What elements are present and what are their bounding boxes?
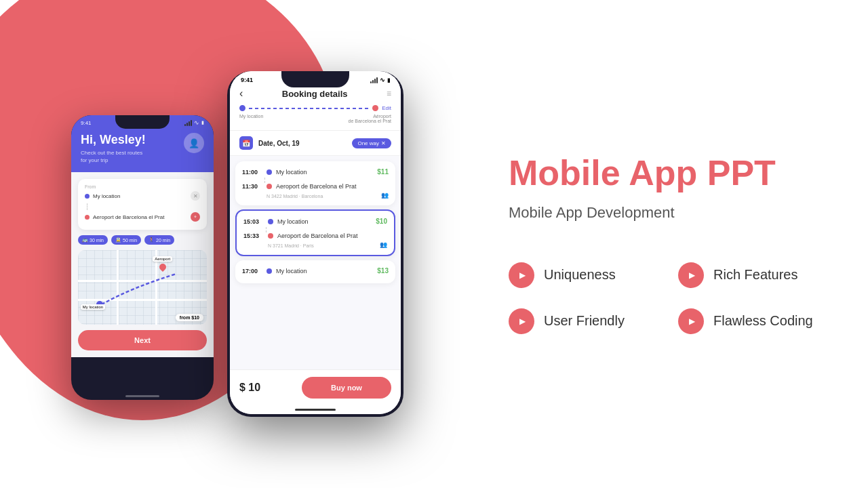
edit-button[interactable]: Edit <box>382 105 391 111</box>
location-to-row: Aeroport de Barcelona el Prat ⌖ <box>85 212 200 222</box>
trip-1-dest-dot <box>267 184 272 189</box>
date-text: Date, Oct, 19 <box>258 140 347 147</box>
phone1-time: 9:41 <box>81 120 92 126</box>
right-section: Mobile App PPT Mobile App Development Un… <box>475 0 868 488</box>
trip-1-from-row: 11:00 My location $11 <box>242 168 389 176</box>
next-button[interactable]: Next <box>78 330 207 350</box>
trip-2-meta: N 3721 Madrid · Paris 👥 <box>243 241 387 248</box>
subtitle-text: Check out the best routes for your trip <box>81 149 204 164</box>
flawless-coding-icon <box>678 308 704 334</box>
trip-3-from-row: 17:00 My location $13 <box>242 267 389 274</box>
trip-2-to-row: 15:33 Aeroport de Barcelona el Prat <box>243 232 387 239</box>
buy-button[interactable]: Buy now <box>302 377 391 399</box>
route-indicator: Edit <box>239 105 391 111</box>
badge-close-icon: ✕ <box>381 140 386 146</box>
transport-bus[interactable]: 🚌 30 min <box>78 235 108 245</box>
phone1-header: Hi, Wesley! Check out the best routes fo… <box>71 127 214 172</box>
trip-1-price: $11 <box>377 168 389 176</box>
trip-card-3[interactable]: 17:00 My location $13 <box>235 260 395 283</box>
feature-item-rich-features: Rich Features <box>678 262 834 288</box>
phone2-notch <box>281 71 349 87</box>
airport-label: Aeroport <box>153 256 172 262</box>
date-row: 📅 Date, Oct, 19 One way ✕ <box>230 131 401 156</box>
trip-card-1[interactable]: 11:00 My location $11 11:30 Aeroport de … <box>235 161 395 205</box>
route-labels: My location Aéroportde Barcelona el Prat <box>239 114 391 123</box>
back-button[interactable]: ‹ <box>239 87 243 100</box>
dot-red-icon <box>85 215 90 220</box>
trip-card-2[interactable]: 15:03 My location $10 15:33 Aeroport de … <box>235 209 395 256</box>
train-icon: 🚊 <box>115 237 121 243</box>
location-from-row: My location ✕ <box>85 191 200 201</box>
phones-container: 9:41 ∿ ▮ Hi, Wesley! Check out the best <box>71 71 403 417</box>
trip-2-meta-text: N 3721 Madrid · Paris <box>268 243 314 248</box>
phone2-header: ‹ Booking details ≡ Edit My location <box>230 85 401 131</box>
uniqueness-label: Uniqueness <box>544 267 616 283</box>
trip-1-time-from: 11:00 <box>242 169 262 176</box>
trip-3-time-from: 17:00 <box>242 268 262 274</box>
trip-1-time-to: 11:30 <box>242 183 262 190</box>
selected-price: $ 10 <box>239 382 296 394</box>
signal-bars <box>184 120 192 126</box>
user-avatar: 👤 <box>184 133 204 153</box>
transport-train[interactable]: 🚊 50 min <box>111 235 141 245</box>
search-card: From My location ✕ Aeroport de Barcelona… <box>78 179 207 230</box>
main-subtitle: Mobile App Development <box>509 204 834 222</box>
trip-2-time-to: 15:33 <box>243 232 264 239</box>
trip-2-origin-dot <box>268 219 273 224</box>
phone2-battery-icon: ▮ <box>387 77 390 83</box>
transport-options: 🚌 30 min 🚊 50 min 🚶 20 min <box>78 235 207 245</box>
transport-walk[interactable]: 🚶 20 min <box>144 235 174 245</box>
trip-3-from-location: My location <box>276 268 373 274</box>
phone2-wifi-icon: ∿ <box>380 77 385 83</box>
rich-features-label: Rich Features <box>713 267 798 283</box>
route-to-label: Aéroportde Barcelona el Prat <box>349 114 391 123</box>
trip-2-price: $10 <box>376 218 387 225</box>
phone1: 9:41 ∿ ▮ Hi, Wesley! Check out the best <box>71 115 214 400</box>
trip-1-origin-dot <box>267 169 272 175</box>
trip-2-from-location: My location <box>277 218 372 225</box>
booking-title: Booking details <box>282 89 348 99</box>
from-label: From <box>85 184 200 189</box>
phone2-header-row: ‹ Booking details ≡ <box>239 87 391 100</box>
trip-2-to-location: Aeroport de Barcelona el Prat <box>277 232 387 239</box>
features-grid: Uniqueness Rich Features User Friendly F… <box>509 262 834 334</box>
route-divider <box>87 203 200 210</box>
one-way-label: One way <box>357 140 379 146</box>
uniqueness-icon <box>509 262 534 288</box>
route-from-label: My location <box>239 114 263 123</box>
home-bar <box>295 409 336 411</box>
phone2-screen: 9:41 ∿ ▮ ‹ <box>230 71 401 414</box>
phone2-signal <box>370 77 378 83</box>
map-price-badge: from $10 <box>176 314 203 321</box>
trip-3-origin-dot <box>267 268 272 274</box>
route-origin-dot <box>239 105 245 111</box>
trip-2-dest-dot <box>268 233 273 239</box>
trip-1-to-row: 11:30 Aeroport de Barcelona el Prat <box>242 183 389 190</box>
route-dest-dot <box>372 105 378 111</box>
feature-item-flawless-coding: Flawless Coding <box>678 308 834 334</box>
trip-1-from-location: My location <box>276 169 373 176</box>
trip-1-passengers-icon: 👥 <box>381 192 389 199</box>
person-icon: 👤 <box>189 138 199 148</box>
phone1-notch <box>115 115 170 129</box>
route-line <box>249 108 369 109</box>
location-from-text: My location <box>93 193 187 199</box>
menu-button[interactable]: ≡ <box>387 89 391 98</box>
battery-text: ▮ <box>201 120 204 125</box>
phone1-body: From My location ✕ Aeroport de Barcelona… <box>71 172 214 357</box>
trip-2-from-row: 15:03 My location $10 <box>243 218 387 225</box>
main-title: Mobile App PPT <box>509 154 834 192</box>
rich-features-icon <box>678 262 704 288</box>
phone2-time: 9:41 <box>241 77 253 83</box>
flawless-coding-label: Flawless Coding <box>713 313 813 329</box>
walk-icon: 🚶 <box>149 237 155 243</box>
one-way-badge[interactable]: One way ✕ <box>352 138 391 148</box>
clear-location-button[interactable]: ✕ <box>191 191 200 201</box>
phone1-home-indicator <box>125 395 159 397</box>
trip-3-price: $13 <box>377 267 389 274</box>
user-friendly-icon <box>509 308 534 334</box>
trip-list: 11:00 My location $11 11:30 Aeroport de … <box>230 156 401 369</box>
trip-2-passengers-icon: 👥 <box>380 241 387 248</box>
feature-item-uniqueness: Uniqueness <box>509 262 665 288</box>
feature-item-user-friendly: User Friendly <box>509 308 665 334</box>
